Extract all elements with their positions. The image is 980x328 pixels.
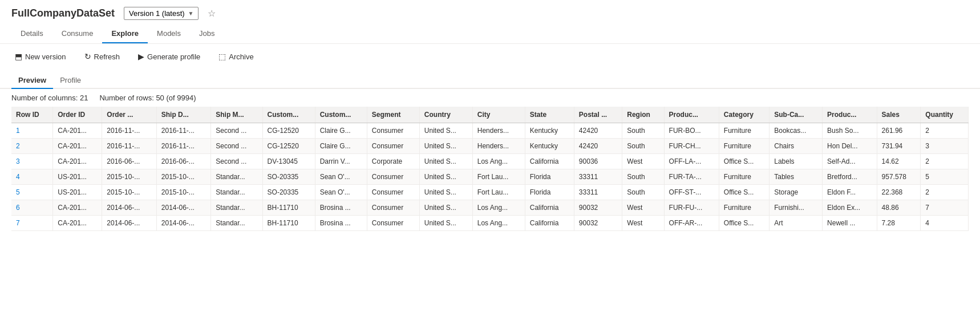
table-cell: Office S...: [719, 216, 769, 231]
table-cell: US-201...: [53, 169, 102, 185]
table-cell: South: [622, 169, 664, 185]
col-state: State: [525, 107, 574, 123]
col-row-id: Row ID: [11, 107, 53, 123]
table-cell: 90032: [574, 216, 622, 231]
table-cell: Self-Ad...: [823, 154, 877, 169]
table-cell: 2014-06-...: [102, 216, 156, 231]
table-cell: United S...: [419, 169, 472, 185]
col-ship-mode: Ship M...: [211, 107, 262, 123]
table-cell: West: [622, 154, 664, 169]
col-product-name: Produc...: [823, 107, 877, 123]
new-version-button[interactable]: ⬒ New version: [11, 50, 70, 63]
table-cell: 2016-11-...: [156, 123, 210, 139]
col-order-date: Order ...: [102, 107, 156, 123]
table-cell: US-201...: [53, 185, 102, 200]
table-cell: Florida: [525, 169, 574, 185]
nav-tabs: Details Consume Explore Models Jobs: [0, 25, 980, 44]
table-cell: Bookcas...: [770, 123, 823, 139]
table-cell: SO-20335: [262, 185, 315, 200]
table-cell: 14.62: [877, 154, 921, 169]
tab-models[interactable]: Models: [148, 25, 190, 43]
tab-consume[interactable]: Consume: [52, 25, 103, 43]
generate-profile-label: Generate profile: [147, 52, 200, 61]
table-cell: CA-201...: [53, 200, 102, 216]
table-cell: Bretford...: [823, 169, 877, 185]
table-cell: 90032: [574, 200, 622, 216]
table-cell: CG-12520: [262, 123, 315, 139]
column-count: Number of columns: 21: [11, 94, 88, 102]
table-cell: 1: [11, 123, 53, 139]
table-cell: 48.86: [877, 200, 921, 216]
new-version-label: New version: [25, 52, 66, 61]
table-cell: Sean O'...: [315, 185, 367, 200]
table-cell: Los Ang...: [472, 216, 525, 231]
table-row: 7CA-201...2014-06-...2014-06-...Standar.…: [11, 216, 969, 231]
table-cell: 2014-06-...: [156, 216, 210, 231]
version-selector[interactable]: Version 1 (latest) ▼: [124, 7, 199, 20]
table-cell: Fort Lau...: [472, 185, 525, 200]
table-cell: CA-201...: [53, 216, 102, 231]
table-cell: CA-201...: [53, 123, 102, 139]
tab-jobs[interactable]: Jobs: [190, 25, 224, 43]
table-cell: Standar...: [211, 185, 262, 200]
archive-button[interactable]: ⬚ Archive: [215, 50, 257, 63]
sub-tab-preview[interactable]: Preview: [11, 72, 53, 89]
table-cell: 42420: [574, 139, 622, 154]
table-cell: BH-11710: [262, 216, 315, 231]
table-cell: West: [622, 200, 664, 216]
table-cell: 2016-11-...: [102, 123, 156, 139]
table-cell: FUR-CH...: [664, 139, 719, 154]
table-cell: Florida: [525, 185, 574, 200]
refresh-button[interactable]: ↻ Refresh: [81, 50, 124, 63]
table-cell: Furniture: [719, 123, 769, 139]
table-cell: 2: [921, 154, 969, 169]
table-cell: West: [622, 216, 664, 231]
col-customer-id: Custom...: [262, 107, 315, 123]
table-cell: 2016-06-...: [156, 154, 210, 169]
table-row: 4US-201...2015-10-...2015-10-...Standar.…: [11, 169, 969, 185]
table-cell: Second ...: [211, 139, 262, 154]
toolbar: ⬒ New version ↻ Refresh ▶ Generate profi…: [0, 44, 980, 69]
col-product-id: Produc...: [664, 107, 719, 123]
table-cell: 7.28: [877, 216, 921, 231]
sub-tab-profile[interactable]: Profile: [53, 72, 88, 89]
col-quantity: Quantity: [921, 107, 969, 123]
table-cell: Furniture: [719, 200, 769, 216]
table-cell: 2016-06-...: [102, 154, 156, 169]
table-cell: SO-20335: [262, 169, 315, 185]
generate-profile-button[interactable]: ▶ Generate profile: [135, 50, 204, 63]
table-container[interactable]: Row ID Order ID Order ... Ship D... Ship…: [0, 107, 980, 231]
table-cell: 2: [11, 139, 53, 154]
star-icon[interactable]: ☆: [208, 8, 216, 19]
table-cell: OFF-ST-...: [664, 185, 719, 200]
table-cell: DV-13045: [262, 154, 315, 169]
col-segment: Segment: [367, 107, 419, 123]
table-cell: Henders...: [472, 139, 525, 154]
tab-explore[interactable]: Explore: [102, 25, 148, 43]
col-ship-date: Ship D...: [156, 107, 210, 123]
table-cell: 4: [921, 216, 969, 231]
table-cell: Standar...: [211, 216, 262, 231]
table-cell: United S...: [419, 200, 472, 216]
table-cell: Standar...: [211, 200, 262, 216]
table-header-row: Row ID Order ID Order ... Ship D... Ship…: [11, 107, 969, 123]
table-row: 3CA-201...2016-06-...2016-06-...Second .…: [11, 154, 969, 169]
table-cell: 2: [921, 185, 969, 200]
table-cell: Consumer: [367, 216, 419, 231]
dataset-title: FullCompanyDataSet: [11, 7, 115, 19]
table-body: 1CA-201...2016-11-...2016-11-...Second .…: [11, 123, 969, 231]
table-cell: 7: [921, 200, 969, 216]
tab-details[interactable]: Details: [11, 25, 52, 43]
col-city: City: [472, 107, 525, 123]
table-cell: Hon Del...: [823, 139, 877, 154]
table-cell: Eldon F...: [823, 185, 877, 200]
table-cell: CA-201...: [53, 154, 102, 169]
table-cell: 90036: [574, 154, 622, 169]
archive-icon: ⬚: [218, 52, 226, 61]
table-cell: 731.94: [877, 139, 921, 154]
table-cell: Brosina ...: [315, 200, 367, 216]
table-cell: 5: [921, 169, 969, 185]
row-count: Number of rows: 50 (of 9994): [99, 94, 196, 102]
table-cell: 2016-11-...: [102, 139, 156, 154]
table-cell: Furniture: [719, 139, 769, 154]
